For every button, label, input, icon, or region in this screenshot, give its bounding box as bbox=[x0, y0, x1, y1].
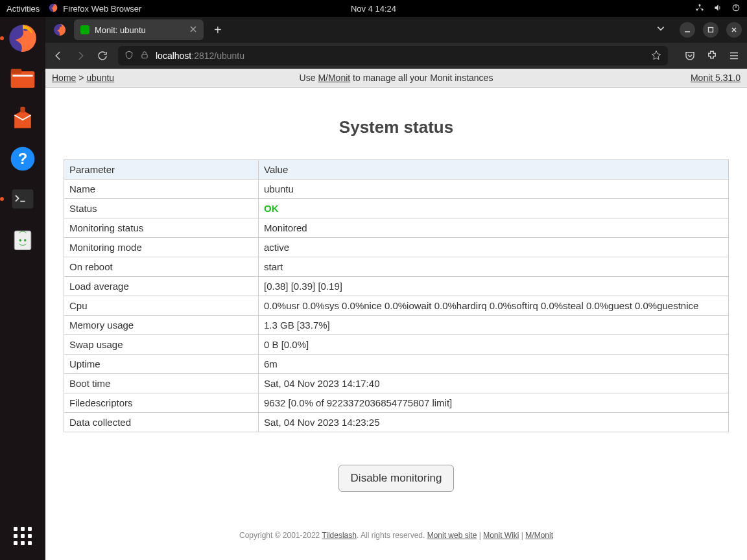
table-row: Boot timeSat, 04 Nov 2023 14:17:40 bbox=[64, 374, 729, 393]
param-cell: Memory usage bbox=[64, 316, 259, 335]
dock-terminal[interactable] bbox=[5, 181, 40, 216]
svg-text:?: ? bbox=[18, 150, 28, 167]
param-cell: Filedescriptors bbox=[64, 393, 259, 413]
table-row: Nameubuntu bbox=[64, 180, 729, 199]
window-minimize[interactable] bbox=[680, 22, 695, 38]
page-title: System status bbox=[64, 117, 729, 137]
tab-close-icon[interactable] bbox=[189, 25, 197, 35]
table-row: Monitoring statusMonitored bbox=[64, 218, 729, 238]
svg-point-3 bbox=[702, 8, 704, 10]
shield-icon[interactable] bbox=[124, 51, 134, 62]
lock-icon[interactable] bbox=[140, 51, 149, 62]
table-row: Cpu0.0%usr 0.0%sys 0.0%nice 0.0%iowait 0… bbox=[64, 296, 729, 316]
value-cell: Sat, 04 Nov 2023 14:17:40 bbox=[259, 374, 729, 393]
monit-version[interactable]: Monit 5.31.0 bbox=[691, 73, 741, 83]
power-icon[interactable] bbox=[731, 3, 741, 14]
volume-icon[interactable] bbox=[713, 3, 722, 14]
tabs-overflow-icon[interactable] bbox=[656, 24, 665, 36]
param-cell: Load average bbox=[64, 277, 259, 296]
pocket-icon[interactable] bbox=[683, 49, 696, 62]
activities-button[interactable]: Activities bbox=[6, 4, 40, 14]
app-menu-icon[interactable] bbox=[728, 49, 741, 62]
value-cell: Monitored bbox=[259, 218, 729, 238]
value-cell: [0.38] [0.39] [0.19] bbox=[259, 277, 729, 296]
footer-monit-site[interactable]: Monit web site bbox=[427, 531, 477, 540]
value-cell: 9632 [0.0% of 9223372036854775807 limit] bbox=[259, 393, 729, 413]
dock-software[interactable] bbox=[5, 101, 40, 136]
svg-rect-9 bbox=[20, 107, 25, 113]
value-cell: active bbox=[259, 238, 729, 257]
url-text: localhost:2812/ubuntu bbox=[156, 51, 244, 61]
show-applications[interactable] bbox=[5, 519, 40, 554]
param-cell: Uptime bbox=[64, 355, 259, 374]
table-row: StatusOK bbox=[64, 199, 729, 218]
param-cell: Boot time bbox=[64, 374, 259, 393]
param-cell: Name bbox=[64, 180, 259, 199]
url-bar[interactable]: localhost:2812/ubuntu bbox=[118, 46, 668, 65]
footer-tildeslash[interactable]: Tildeslash bbox=[322, 531, 357, 540]
footer-mmonit[interactable]: M/Monit bbox=[525, 531, 553, 540]
svg-rect-18 bbox=[142, 54, 147, 58]
firefox-window: Monit: ubuntu + bbox=[45, 17, 747, 560]
param-cell: On reboot bbox=[64, 257, 259, 277]
browser-tab[interactable]: Monit: ubuntu bbox=[74, 19, 204, 40]
footer: Copyright © 2001-2022 Tildeslash. All ri… bbox=[64, 531, 729, 540]
table-row: Data collectedSat, 04 Nov 2023 14:23:25 bbox=[64, 413, 729, 432]
window-maximize[interactable] bbox=[703, 22, 718, 38]
svg-rect-13 bbox=[14, 231, 31, 250]
param-cell: Monitoring status bbox=[64, 218, 259, 238]
reload-button[interactable] bbox=[96, 49, 109, 62]
value-cell: 6m bbox=[259, 355, 729, 374]
footer-monit-wiki[interactable]: Monit Wiki bbox=[483, 531, 519, 540]
value-cell: ubuntu bbox=[259, 180, 729, 199]
dock-help[interactable]: ? bbox=[5, 141, 40, 176]
param-cell: Swap usage bbox=[64, 335, 259, 355]
app-name-label: Firefox Web Browser bbox=[63, 4, 141, 14]
value-cell: 0 B [0.0%] bbox=[259, 335, 729, 355]
firefox-icon bbox=[49, 3, 59, 14]
network-icon[interactable] bbox=[695, 3, 704, 14]
table-row: Uptime6m bbox=[64, 355, 729, 374]
svg-point-15 bbox=[24, 239, 27, 242]
table-row: Swap usage0 B [0.0%] bbox=[64, 335, 729, 355]
status-table: Parameter Value NameubuntuStatusOKMonito… bbox=[64, 159, 729, 432]
svg-rect-6 bbox=[11, 71, 35, 88]
table-row: Filedescriptors9632 [0.0% of 92233720368… bbox=[64, 393, 729, 413]
svg-rect-8 bbox=[12, 75, 32, 77]
forward-button bbox=[74, 49, 87, 62]
window-close[interactable] bbox=[726, 22, 742, 38]
mmonit-link[interactable]: M/Monit bbox=[318, 73, 350, 83]
th-parameter: Parameter bbox=[64, 160, 259, 180]
monit-header: Home > ubuntu Use M/Monit to manage all … bbox=[45, 69, 747, 88]
tab-title: Monit: ubuntu bbox=[95, 25, 146, 35]
dock-trash[interactable] bbox=[5, 222, 40, 257]
new-tab-button[interactable]: + bbox=[209, 23, 227, 38]
breadcrumb-home[interactable]: Home bbox=[52, 73, 76, 83]
value-cell: 1.3 GB [33.7%] bbox=[259, 316, 729, 335]
value-cell: OK bbox=[259, 199, 729, 218]
ubuntu-dock: ? bbox=[0, 17, 45, 560]
table-row: On rebootstart bbox=[64, 257, 729, 277]
dock-firefox[interactable] bbox=[5, 21, 40, 56]
svg-rect-7 bbox=[11, 69, 21, 73]
back-button[interactable] bbox=[52, 49, 65, 62]
th-value: Value bbox=[259, 160, 729, 180]
svg-point-14 bbox=[19, 239, 22, 242]
param-cell: Monitoring mode bbox=[64, 238, 259, 257]
page-content: Home > ubuntu Use M/Monit to manage all … bbox=[45, 69, 747, 560]
disable-monitoring-button[interactable]: Disable monitoring bbox=[338, 465, 455, 492]
extensions-icon[interactable] bbox=[706, 49, 718, 62]
param-cell: Data collected bbox=[64, 413, 259, 432]
bookmark-star-icon[interactable] bbox=[651, 50, 661, 62]
dock-files[interactable] bbox=[5, 61, 40, 96]
tab-favicon bbox=[80, 25, 89, 34]
param-cell: Cpu bbox=[64, 296, 259, 316]
table-row: Memory usage1.3 GB [33.7%] bbox=[64, 316, 729, 335]
breadcrumb-host[interactable]: ubuntu bbox=[86, 73, 114, 83]
svg-rect-12 bbox=[12, 189, 34, 208]
firefox-menu-icon[interactable] bbox=[51, 21, 69, 39]
svg-point-1 bbox=[699, 4, 701, 6]
clock[interactable]: Nov 4 14:24 bbox=[351, 4, 396, 14]
value-cell: 0.0%usr 0.0%sys 0.0%nice 0.0%iowait 0.0%… bbox=[259, 296, 729, 316]
value-cell: start bbox=[259, 257, 729, 277]
